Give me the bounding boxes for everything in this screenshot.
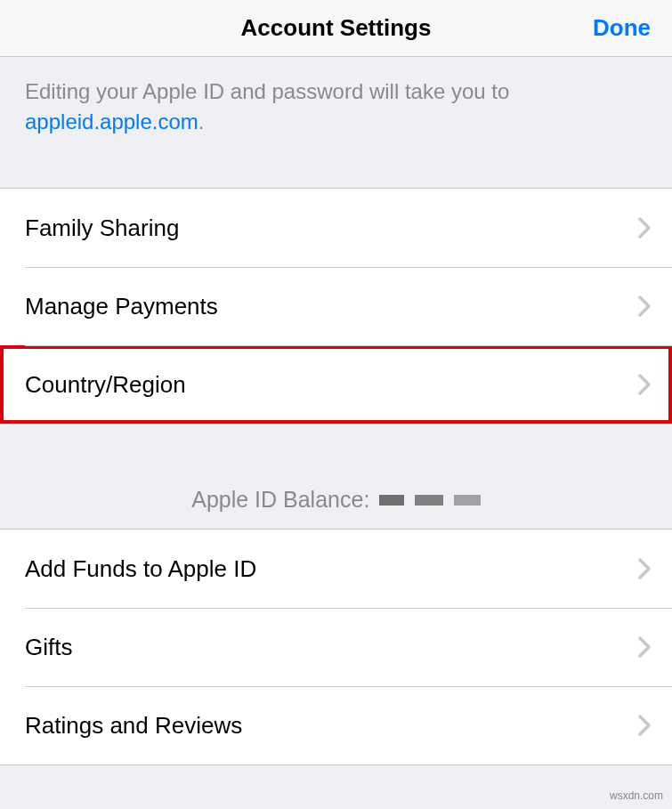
chevron-right-icon bbox=[638, 636, 651, 658]
chevron-right-icon bbox=[638, 374, 651, 395]
apple-id-link[interactable]: appleid.apple.com bbox=[25, 109, 198, 133]
ratings-reviews-label: Ratings and Reviews bbox=[25, 712, 638, 740]
settings-group-1: Family Sharing Manage Payments Country/R… bbox=[0, 188, 672, 425]
add-funds-row[interactable]: Add Funds to Apple ID bbox=[0, 530, 672, 608]
country-region-label: Country/Region bbox=[25, 371, 638, 399]
watermark: wsxdn.com bbox=[610, 789, 663, 802]
family-sharing-row[interactable]: Family Sharing bbox=[0, 189, 672, 267]
balance-value-redacted bbox=[379, 495, 481, 506]
gifts-row[interactable]: Gifts bbox=[0, 608, 672, 686]
chevron-right-icon bbox=[638, 295, 651, 317]
country-region-row[interactable]: Country/Region bbox=[0, 345, 672, 424]
family-sharing-label: Family Sharing bbox=[25, 214, 638, 242]
settings-group-2: Add Funds to Apple ID Gifts Ratings and … bbox=[0, 529, 672, 765]
ratings-reviews-row[interactable]: Ratings and Reviews bbox=[0, 686, 672, 765]
done-button[interactable]: Done bbox=[593, 14, 651, 42]
info-text-suffix: . bbox=[198, 109, 205, 133]
page-title: Account Settings bbox=[241, 14, 432, 42]
manage-payments-row[interactable]: Manage Payments bbox=[0, 267, 672, 345]
gifts-label: Gifts bbox=[25, 634, 638, 661]
info-banner: Editing your Apple ID and password will … bbox=[0, 57, 672, 152]
apple-id-balance-label: Apple ID Balance: bbox=[191, 487, 369, 513]
add-funds-label: Add Funds to Apple ID bbox=[25, 555, 638, 583]
manage-payments-label: Manage Payments bbox=[25, 293, 638, 320]
chevron-right-icon bbox=[638, 715, 651, 736]
chevron-right-icon bbox=[638, 558, 651, 579]
header-bar: Account Settings Done bbox=[0, 0, 672, 57]
chevron-right-icon bbox=[638, 217, 651, 239]
balance-section: Apple ID Balance: bbox=[0, 425, 672, 529]
info-text-prefix: Editing your Apple ID and password will … bbox=[25, 79, 509, 103]
